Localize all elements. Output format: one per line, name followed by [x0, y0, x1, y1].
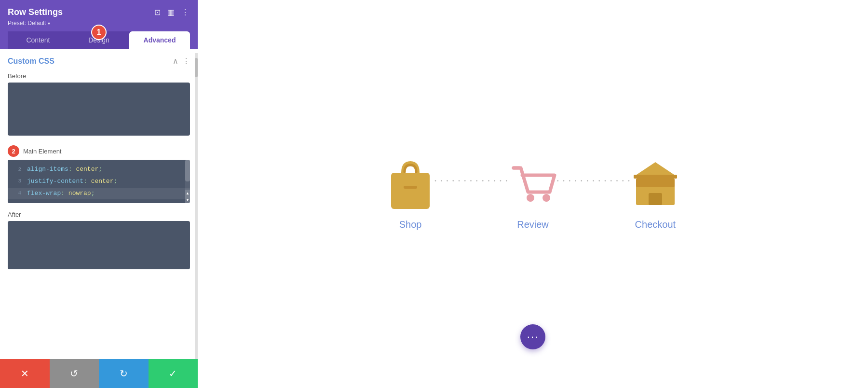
panel-header: Row Settings ⊡ ▥ ⋮ Preset: Default ▾ 1 C… [0, 0, 198, 49]
tab-content[interactable]: Content [8, 31, 68, 49]
svg-point-3 [527, 194, 534, 202]
section-controls: ∧ ⋮ [173, 56, 190, 66]
left-panel: Row Settings ⊡ ▥ ⋮ Preset: Default ▾ 1 C… [0, 0, 198, 388]
undo-button[interactable]: ↺ [50, 359, 99, 388]
scrollbar-thumb [185, 160, 190, 181]
flow-step-checkout: Checkout [631, 158, 679, 230]
code-line-4: 4 flex-wrap: nowrap; [8, 188, 190, 200]
scroll-down-btn[interactable]: ▼ [185, 196, 190, 203]
section-more-button[interactable]: ⋮ [182, 56, 190, 66]
flow-step-shop: Shop [386, 158, 434, 230]
code-text-2: align-items: center; [27, 165, 102, 175]
fab-icon: ··· [527, 331, 539, 343]
connector-1: • • • • • • • • • • • • • [434, 178, 509, 210]
save-button[interactable]: ✓ [149, 359, 198, 388]
tab-advanced[interactable]: Advanced [129, 31, 190, 49]
connector-2: • • • • • • • • • • • • • [557, 178, 631, 210]
custom-css-header: Custom CSS ∧ ⋮ [8, 56, 190, 66]
canvas: Shop • • • • • • • • • • • • • Review • … [198, 0, 868, 388]
code-text-3: justify-content: center; [27, 177, 117, 187]
svg-rect-8 [649, 193, 662, 205]
svg-point-4 [542, 194, 550, 202]
connector-2-dots: • • • • • • • • • • • • • [557, 178, 631, 183]
shop-icon [386, 158, 434, 211]
cancel-button[interactable]: ✕ [0, 359, 50, 388]
tabs: 1 Content Design Advanced [8, 31, 190, 49]
flow-row: Shop • • • • • • • • • • • • • Review • … [227, 158, 839, 230]
before-css-input[interactable] [8, 83, 190, 136]
badge-1: 1 [91, 25, 107, 40]
header-icons: ⊡ ▥ ⋮ [153, 7, 190, 18]
redo-button[interactable]: ↻ [99, 359, 149, 388]
line-num-4: 4 [12, 189, 21, 198]
svg-rect-5 [634, 175, 677, 179]
scroll-up-btn[interactable]: ▲ [185, 190, 190, 196]
preset-arrow: ▾ [48, 21, 50, 26]
before-label: Before [8, 72, 190, 80]
main-element-label: Main Element [23, 148, 61, 155]
after-label: After [8, 211, 190, 218]
connector-1-dots: • • • • • • • • • • • • • [434, 178, 509, 183]
code-line-3: 3 justify-content: center; [8, 176, 190, 188]
line-num-3: 3 [12, 177, 21, 186]
preset-label: Preset: Default [8, 20, 46, 27]
collapse-button[interactable]: ∧ [173, 56, 178, 66]
review-label: Review [517, 219, 549, 230]
custom-css-title: Custom CSS [8, 57, 54, 66]
shop-label: Shop [399, 219, 422, 230]
checkout-label: Checkout [635, 219, 676, 230]
split-icon[interactable]: ▥ [166, 7, 176, 18]
panel-title: Row Settings [8, 7, 63, 17]
more-icon[interactable]: ⋮ [180, 7, 190, 18]
line-num-2: 2 [12, 166, 21, 174]
svg-rect-7 [636, 179, 675, 187]
code-editor[interactable]: 2 align-items: center; 3 justify-content… [8, 160, 190, 203]
checkout-icon [631, 158, 679, 211]
bottom-bar: ✕ ↺ ↻ ✓ [0, 359, 198, 388]
flow-step-review: Review [509, 158, 557, 230]
resize-icon[interactable]: ⊡ [153, 7, 162, 18]
fab-button[interactable]: ··· [520, 324, 545, 349]
code-text-4: flex-wrap: nowrap; [27, 189, 95, 199]
badge-2: 2 [8, 145, 19, 157]
svg-rect-0 [391, 173, 430, 209]
code-editor-scrollbar[interactable]: ▲ ▼ [185, 160, 190, 203]
review-icon [509, 158, 557, 211]
panel-body: Custom CSS ∧ ⋮ Before 2 Main Element 2 a… [0, 49, 198, 359]
svg-rect-1 [404, 186, 417, 189]
after-css-input[interactable] [8, 221, 190, 269]
scroll-buttons: ▲ ▼ [185, 190, 190, 203]
main-element-row: 2 Main Element [8, 145, 190, 157]
code-line-2: 2 align-items: center; [8, 164, 190, 176]
